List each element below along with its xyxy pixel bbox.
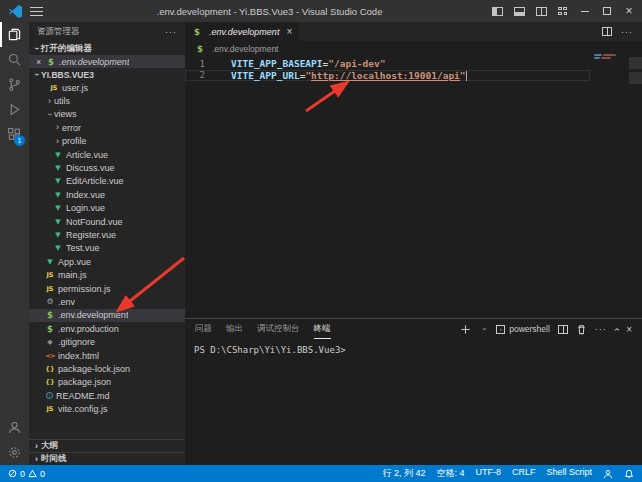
open-editor-item[interactable]: ×$.env.development [29,55,185,68]
status-item[interactable]: UTF-8 [475,467,501,480]
activity-source-control[interactable] [0,72,29,97]
status-item[interactable]: 空格: 4 [436,467,464,480]
scrollbar[interactable] [629,72,642,84]
project-section[interactable]: › YI.BBS.VUE3 [29,68,185,81]
tree-item-label: Test.vue [66,243,100,253]
settings-button[interactable] [0,440,29,465]
split-editor-icon[interactable] [602,27,612,36]
maximize-button[interactable] [596,0,618,22]
tab-env-development[interactable]: $ .env.development × [185,22,299,41]
tree-item-Discuss.vue[interactable]: ▼Discuss.vue [29,161,185,174]
more-actions-icon[interactable]: ··· [165,27,177,37]
feedback-icon[interactable] [603,469,613,479]
tree-item-Index.vue[interactable]: ▼Index.vue [29,188,185,201]
tree-item-main.js[interactable]: JSmain.js [29,268,185,281]
panel-tab-问题[interactable]: 问题 [195,319,212,339]
activity-search[interactable] [0,47,29,72]
code-line-1[interactable]: 1VITE_APP_BASEAPI="/api-dev" [185,58,590,70]
account-button[interactable] [0,415,29,440]
close-icon[interactable]: × [36,57,46,67]
tree-item-EditArticle.vue[interactable]: ▼EditArticle.vue [29,175,185,188]
tree-item-views[interactable]: ›views [29,108,185,121]
panel-tab-终端[interactable]: 终端 [314,319,331,339]
titlebar-actions: × [486,0,640,22]
tree-item-NotFound.vue[interactable]: ▼NotFound.vue [29,215,185,228]
js-file-icon: JS [45,405,55,413]
tree-item-Register.vue[interactable]: ▼Register.vue [29,228,185,241]
code-editor[interactable]: 1VITE_APP_BASEAPI="/api-dev"2VITE_APP_UR… [185,57,642,318]
tree-item-Login.vue[interactable]: ▼Login.vue [29,202,185,215]
tree-item-error[interactable]: ›error [29,121,185,134]
tab-label: .env.development [209,27,279,37]
tree-item-Test.vue[interactable]: ▼Test.vue [29,242,185,255]
close-panel-icon[interactable]: × [626,324,632,335]
breadcrumb-item[interactable]: .env.development [212,44,278,54]
terminal-profile[interactable]: › powershell [496,324,550,334]
terminal[interactable]: PS D:\CSharp\Yi\Yi.BBS.Vue3> [185,339,642,465]
open-editors-section[interactable]: › 打开的编辑器 [29,42,185,55]
status-item[interactable]: CRLF [512,467,536,480]
panel-tab-输出[interactable]: 输出 [226,319,243,339]
menu-icon[interactable] [30,6,43,17]
toggle-secondary-sidebar-button[interactable] [530,0,552,22]
tree-item-.env[interactable]: ⚙.env [29,295,185,308]
tree-item-label: utils [54,96,70,106]
code-lines: 1VITE_APP_BASEAPI="/api-dev"2VITE_APP_UR… [185,58,590,81]
activity-extensions[interactable]: 1 [0,122,29,147]
shell-file-icon: $ [195,44,205,54]
kill-terminal-icon[interactable] [576,324,587,335]
outline-section[interactable]: › 大纲 [29,439,185,452]
panel-tab-调试控制台[interactable]: 调试控制台 [257,319,300,339]
tree-item-.env.production[interactable]: $.env.production [29,322,185,335]
tree-item-.env.development[interactable]: $.env.development [29,309,185,322]
activity-bar: 1 [0,22,29,465]
text-cursor [466,71,467,81]
tree-item-package.json[interactable]: {}package.json [29,376,185,389]
tree-item-package-lock.json[interactable]: {}package-lock.json [29,362,185,375]
scrollbar[interactable] [629,57,642,69]
tree-item-vite.config.js[interactable]: JSvite.config.js [29,402,185,415]
tree-item-label: main.js [58,270,87,280]
more-actions-icon[interactable]: ··· [595,324,607,334]
project-label: YI.BBS.VUE3 [41,70,94,80]
tree-item-label: NotFound.vue [66,217,123,227]
tree-item-.gitignore[interactable]: ◆.gitignore [29,335,185,348]
code-line-2[interactable]: 2VITE_APP_URL="http://localhost:19001/ap… [185,70,590,82]
new-terminal-icon[interactable] [460,324,471,335]
js-file-icon: JS [45,271,55,279]
customize-layout-button[interactable] [552,0,574,22]
status-item[interactable]: 行 2, 列 42 [382,467,425,480]
tree-item-README.md[interactable]: iREADME.md [29,389,185,402]
tree-item-App.vue[interactable]: ▼App.vue [29,255,185,268]
activity-explorer[interactable] [0,22,29,47]
close-icon[interactable]: × [286,26,292,37]
notifications-bell-icon[interactable] [624,469,634,479]
toggle-primary-sidebar-button[interactable] [486,0,508,22]
tree-item-user.js[interactable]: JSuser.js [29,81,185,94]
problems-status[interactable]: 0 0 [8,469,45,479]
maximize-panel-icon[interactable]: › [611,327,622,330]
sidebar-title: 资源管理器 [37,26,80,38]
tree-item-label: package-lock.json [58,364,130,374]
tree-item-Article.vue[interactable]: ▼Article.vue [29,148,185,161]
tree-item-label: user.js [62,83,88,93]
breadcrumb[interactable]: $ .env.development [185,41,642,57]
toggle-panel-button[interactable] [508,0,530,22]
vscode-logo-icon [8,4,23,19]
tree-item-permission.js[interactable]: JSpermission.js [29,282,185,295]
more-actions-icon[interactable]: ··· [621,27,633,37]
tree-item-profile[interactable]: ›profile [29,135,185,148]
minimize-button[interactable] [574,0,596,22]
launch-profile-dropdown-icon[interactable]: › [480,325,488,334]
status-item[interactable]: Shell Script [546,467,592,480]
timeline-section[interactable]: › 时间线 [29,452,185,465]
code-text: VITE_APP_BASEAPI="/api-dev" [231,58,385,69]
close-button[interactable]: × [618,0,640,22]
code-text: VITE_APP_URL="http://localhost:19001/api… [231,70,467,82]
tree-item-utils[interactable]: ›utils [29,94,185,107]
activity-run-debug[interactable] [0,97,29,122]
split-terminal-icon[interactable] [558,325,568,334]
code-token[interactable]: http://localhost:19001/api [311,70,460,81]
tree-item-index.html[interactable]: <>index.html [29,349,185,362]
minimap[interactable] [594,54,622,60]
